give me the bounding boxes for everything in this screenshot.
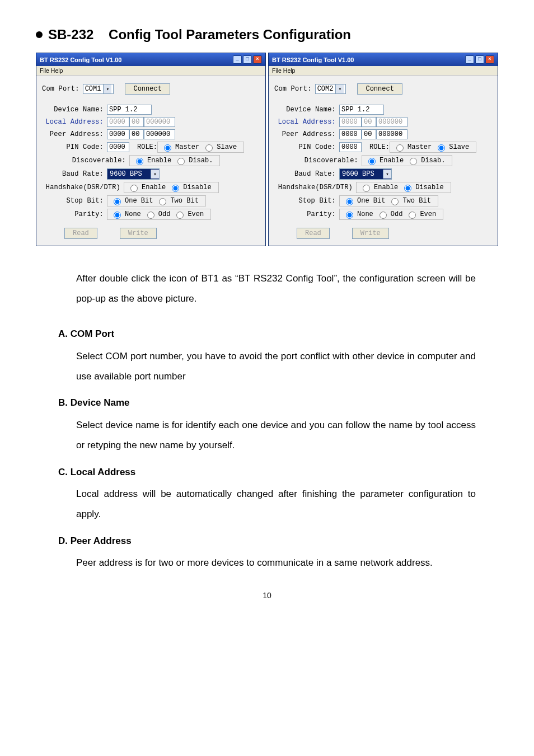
parity-label: Parity: <box>274 210 339 218</box>
parity-odd-radio[interactable] <box>147 212 154 219</box>
baud-rate-select[interactable]: 9600 BPS ▾ <box>107 168 160 180</box>
pin-code-field[interactable] <box>339 142 362 152</box>
section-c-body: Local address will be automatically chan… <box>76 484 476 524</box>
com-port-value: COM1 <box>85 85 101 93</box>
device-name-field[interactable] <box>107 105 152 115</box>
discoverable-label: Discoverable: <box>274 157 362 165</box>
form-a: Com Port: COM1 ▾ Connect Device Name: Lo… <box>36 76 265 246</box>
connect-button[interactable]: Connect <box>357 83 402 95</box>
discoverable-disable-radio[interactable] <box>177 158 185 165</box>
parity-none-label: None <box>357 210 373 218</box>
parity-even-radio[interactable] <box>176 212 184 219</box>
local-addr-2[interactable] <box>362 117 376 127</box>
disc-enable-label: Enable <box>380 157 404 165</box>
role-slave-label: Slave <box>449 143 469 151</box>
device-name-field[interactable] <box>339 105 384 115</box>
baud-rate-label: Baud Rate: <box>42 170 107 178</box>
com-port-label: Com Port: <box>274 85 315 93</box>
hs-disable-label: Disable <box>183 184 211 191</box>
lead-paragraph: After double click the icon of BT1 as “B… <box>58 269 476 308</box>
handshake-label: Handshake(DSR/DTR) <box>42 184 124 191</box>
peer-addr-2[interactable] <box>362 129 376 139</box>
peer-address-label: Peer Address: <box>274 130 339 138</box>
titlebar-a[interactable]: BT RS232 Config Tool V1.00 _ □ × <box>36 53 265 66</box>
stop-two-radio[interactable] <box>159 198 166 205</box>
handshake-disable-radio[interactable] <box>172 185 179 192</box>
discoverable-enable-radio[interactable] <box>136 158 143 165</box>
discoverable-disable-radio[interactable] <box>410 158 417 165</box>
local-address-label: Local Address: <box>274 118 339 126</box>
baud-rate-value: 9600 BPS <box>110 170 142 178</box>
handshake-enable-radio[interactable] <box>363 185 370 192</box>
com-port-select[interactable]: COM1 ▾ <box>83 84 114 94</box>
close-icon[interactable]: × <box>253 55 262 64</box>
local-addr-3[interactable] <box>376 117 407 127</box>
com-port-select[interactable]: COM2 ▾ <box>315 84 346 94</box>
read-button[interactable]: Read <box>64 228 97 239</box>
local-address-label: Local Address: <box>42 118 107 126</box>
chevron-down-icon[interactable]: ▾ <box>383 170 391 179</box>
stop-one-radio[interactable] <box>346 198 353 205</box>
local-addr-3[interactable] <box>144 117 175 127</box>
minimize-icon[interactable]: _ <box>233 55 242 64</box>
section-d-body: Peer address is for two or more devices … <box>76 553 476 573</box>
baud-rate-value: 9600 BPS <box>342 170 374 178</box>
connect-button[interactable]: Connect <box>125 83 170 95</box>
disc-enable-label: Enable <box>147 157 171 165</box>
discoverable-label: Discoverable: <box>42 157 129 165</box>
role-master-radio[interactable] <box>164 144 171 152</box>
chevron-down-icon[interactable]: ▾ <box>103 84 111 93</box>
titlebar-b[interactable]: BT RS232 Config Tool V1.00 _ □ × <box>269 53 498 66</box>
read-button[interactable]: Read <box>297 228 330 239</box>
role-slave-label: Slave <box>217 143 237 151</box>
close-icon[interactable]: × <box>485 55 494 64</box>
chevron-down-icon[interactable]: ▾ <box>335 84 344 93</box>
title-rest: Config Tool Parameters Configuration <box>109 27 351 42</box>
stop-bit-label: Stop Bit: <box>42 197 107 205</box>
section-peer-address: D. Peer Address Peer address is for two … <box>58 531 476 573</box>
peer-addr-1[interactable] <box>339 129 362 139</box>
role-slave-radio[interactable] <box>205 144 213 152</box>
parity-label: Parity: <box>42 210 107 218</box>
peer-addr-3[interactable] <box>376 129 407 139</box>
role-master-label: Master <box>175 143 199 151</box>
local-addr-1[interactable] <box>339 117 362 127</box>
stop-two-radio[interactable] <box>391 198 399 205</box>
handshake-enable-radio[interactable] <box>130 185 138 192</box>
parity-odd-radio[interactable] <box>380 212 387 219</box>
role-master-radio[interactable] <box>396 144 404 152</box>
hs-disable-label: Disable <box>415 184 443 191</box>
section-b-heading: B. Device Name <box>58 393 476 413</box>
parity-none-radio[interactable] <box>114 212 121 219</box>
parity-even-label: Even <box>420 210 436 218</box>
section-device-name: B. Device Name Select device name is for… <box>58 393 476 455</box>
baud-rate-label: Baud Rate: <box>274 170 339 178</box>
peer-addr-1[interactable] <box>107 129 129 139</box>
menubar-a[interactable]: File Help <box>36 66 265 76</box>
role-label: ROLE: <box>137 143 157 151</box>
write-button[interactable]: Write <box>120 228 157 239</box>
discoverable-enable-radio[interactable] <box>368 158 376 165</box>
write-button[interactable]: Write <box>352 228 389 239</box>
handshake-disable-radio[interactable] <box>404 185 411 192</box>
pin-code-label: PIN Code: <box>274 143 339 151</box>
stop-one-radio[interactable] <box>114 198 121 205</box>
maximize-icon[interactable]: □ <box>243 55 252 64</box>
config-window-a: BT RS232 Config Tool V1.00 _ □ × File He… <box>36 53 266 246</box>
maximize-icon[interactable]: □ <box>475 55 484 64</box>
pin-code-field[interactable] <box>107 142 129 152</box>
config-window-b: BT RS232 Config Tool V1.00 _ □ × File He… <box>268 53 498 246</box>
role-label: ROLE: <box>369 143 390 151</box>
hs-enable-label: Enable <box>142 184 166 191</box>
menubar-b[interactable]: File Help <box>269 66 498 76</box>
minimize-icon[interactable]: _ <box>465 55 474 64</box>
parity-even-radio[interactable] <box>409 212 416 219</box>
chevron-down-icon[interactable]: ▾ <box>151 170 159 179</box>
peer-addr-2[interactable] <box>129 129 144 139</box>
local-addr-2[interactable] <box>129 117 144 127</box>
local-addr-1[interactable] <box>107 117 129 127</box>
peer-addr-3[interactable] <box>144 129 175 139</box>
role-slave-radio[interactable] <box>438 144 445 152</box>
parity-none-radio[interactable] <box>346 212 353 219</box>
baud-rate-select[interactable]: 9600 BPS ▾ <box>339 168 392 180</box>
